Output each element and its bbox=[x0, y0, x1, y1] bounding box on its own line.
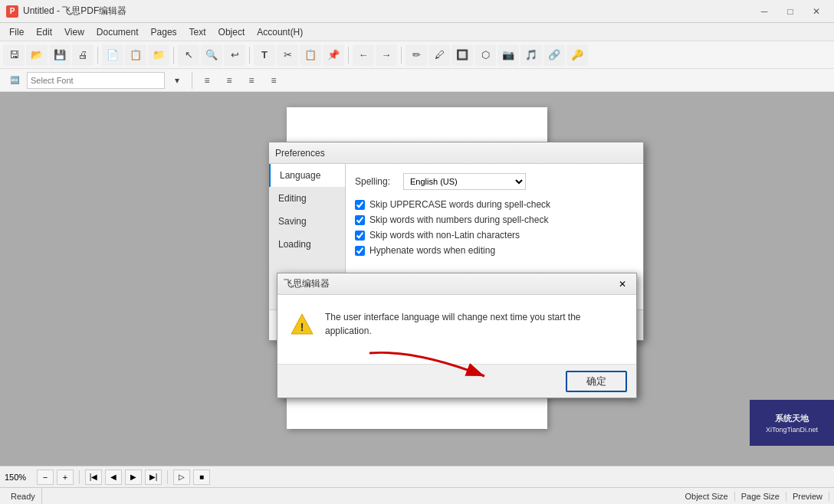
toolbar-zoom[interactable]: 🔍 bbox=[201, 44, 222, 66]
object-size-label: Object Size bbox=[678, 492, 734, 501]
close-button[interactable]: ✕ bbox=[805, 4, 828, 19]
toolbar-sign[interactable]: 🔑 bbox=[566, 44, 588, 66]
toolbar-image[interactable]: 📷 bbox=[497, 44, 519, 66]
toolbar-paste[interactable]: 📌 bbox=[323, 44, 344, 66]
font-select-input[interactable] bbox=[27, 72, 165, 89]
toolbar-doc1[interactable]: 📄 bbox=[102, 44, 123, 66]
prev-page-btn[interactable]: ◀ bbox=[105, 470, 122, 485]
toolbar-separator-2 bbox=[173, 47, 174, 64]
next-page-btn[interactable]: ▶ bbox=[125, 470, 142, 485]
toolbar-select[interactable]: ↖ bbox=[178, 44, 199, 66]
toolbar-undo[interactable]: ↩ bbox=[224, 44, 245, 66]
align-right-btn[interactable]: ≡ bbox=[241, 72, 261, 89]
toolbar-back[interactable]: ← bbox=[353, 44, 374, 66]
toolbar-separator-3 bbox=[249, 47, 250, 64]
watermark-line1: 系统天地 bbox=[775, 413, 809, 424]
pref-nav-loading[interactable]: Loading bbox=[269, 233, 345, 256]
toolbar-new[interactable]: 🖫 bbox=[3, 44, 25, 66]
inner-dialog-close[interactable]: ✕ bbox=[615, 277, 630, 291]
play-btn[interactable]: ▷ bbox=[173, 470, 190, 485]
nav-separator-2 bbox=[167, 470, 168, 484]
align-justify-btn[interactable]: ≡ bbox=[264, 72, 284, 89]
align-left-btn[interactable]: ≡ bbox=[197, 72, 217, 89]
stop-btn[interactable]: ■ bbox=[193, 470, 210, 485]
menu-item-object[interactable]: Object bbox=[212, 25, 251, 39]
pref-nav-saving[interactable]: Saving bbox=[269, 210, 345, 233]
window-controls: ─ □ ✕ bbox=[753, 4, 828, 19]
main-area: Preferences Language Editing Saving Load… bbox=[0, 92, 834, 464]
align-center-btn[interactable]: ≡ bbox=[219, 72, 239, 89]
inner-dialog-message: The user interface language will change … bbox=[325, 310, 581, 338]
menu-item-file[interactable]: File bbox=[3, 25, 30, 39]
inner-dialog-title: 飞思编辑器 bbox=[284, 277, 330, 290]
restore-button[interactable]: □ bbox=[779, 4, 802, 19]
confirm-button[interactable]: 确定 bbox=[566, 371, 627, 392]
title-text: Untitled - 飞思PDF编辑器 bbox=[23, 5, 753, 18]
statusbar-right: Object Size Page Size Preview bbox=[678, 492, 829, 501]
toolbar-cut[interactable]: ✂ bbox=[277, 44, 298, 66]
checkbox-hyphenate: Hyphenate words when editing bbox=[355, 245, 634, 256]
menu-item-pages[interactable]: Pages bbox=[145, 25, 183, 39]
checkbox-uppercase-input[interactable] bbox=[355, 200, 365, 210]
checkbox-numbers-input[interactable] bbox=[355, 215, 365, 225]
inner-dialog-body: ! The user interface language will chang… bbox=[277, 295, 636, 364]
toolbar-edit[interactable]: ✏ bbox=[406, 44, 427, 66]
toolbar-rect[interactable]: 🔲 bbox=[451, 44, 473, 66]
zoom-in-btn[interactable]: + bbox=[57, 470, 74, 485]
pref-nav-editing[interactable]: Editing bbox=[269, 187, 345, 210]
preferences-titlebar: Preferences bbox=[269, 142, 643, 164]
toolbar-open[interactable]: 📂 bbox=[26, 44, 48, 66]
spelling-row: Spelling: English (US) English (UK) Span… bbox=[355, 173, 634, 190]
dialog-overlay: Preferences Language Editing Saving Load… bbox=[0, 92, 834, 464]
titlebar: P Untitled - 飞思PDF编辑器 ─ □ ✕ bbox=[0, 0, 834, 23]
menu-item-edit[interactable]: Edit bbox=[30, 25, 58, 39]
inner-dialog-footer: 确定 bbox=[277, 364, 636, 398]
toolbar-separator-5 bbox=[401, 47, 402, 64]
toolbar-separator-4 bbox=[348, 47, 349, 64]
preview-label: Preview bbox=[786, 492, 829, 501]
spelling-select[interactable]: English (US) English (UK) Spanish French bbox=[403, 173, 526, 190]
watermark-line2: XiTongTianDi.net bbox=[766, 426, 818, 434]
first-page-btn[interactable]: |◀ bbox=[85, 470, 102, 485]
page-size-label: Page Size bbox=[735, 492, 786, 501]
navbar: 150% − + |◀ ◀ ▶ ▶| ▷ ■ bbox=[0, 466, 834, 487]
font-icon-btn[interactable]: 🔤 bbox=[5, 72, 25, 89]
toolbar-pen[interactable]: 🖊 bbox=[428, 44, 450, 66]
toolbar-link[interactable]: 🔗 bbox=[543, 44, 565, 66]
fontbar-separator bbox=[192, 72, 192, 89]
inner-dialog: 飞思编辑器 ✕ ! The user interface language wi… bbox=[277, 273, 637, 398]
zoom-out-btn[interactable]: − bbox=[37, 470, 54, 485]
watermark: 系统天地 XiTongTianDi.net bbox=[750, 400, 834, 446]
checkbox-hyphenate-input[interactable] bbox=[355, 246, 365, 256]
toolbar-media[interactable]: 🎵 bbox=[520, 44, 542, 66]
fontbar: 🔤 ▾ ≡ ≡ ≡ ≡ bbox=[0, 69, 834, 92]
toolbar-forward[interactable]: → bbox=[376, 44, 397, 66]
last-page-btn[interactable]: ▶| bbox=[145, 470, 162, 485]
checkbox-numbers: Skip words with numbers during spell-che… bbox=[355, 214, 634, 225]
menu-item-text[interactable]: Text bbox=[183, 25, 212, 39]
checkbox-nonlatin-input[interactable] bbox=[355, 231, 365, 241]
pref-nav-language[interactable]: Language bbox=[269, 164, 345, 187]
menu-item-view[interactable]: View bbox=[58, 25, 90, 39]
checkbox-numbers-label: Skip words with numbers during spell-che… bbox=[369, 214, 548, 225]
menu-item-document[interactable]: Document bbox=[90, 25, 145, 39]
checkbox-nonlatin: Skip words with non-Latin characters bbox=[355, 230, 634, 241]
checkbox-uppercase: Skip UPPERCASE words during spell-check bbox=[355, 199, 634, 210]
spelling-label: Spelling: bbox=[355, 176, 397, 187]
checkbox-nonlatin-label: Skip words with non-Latin characters bbox=[369, 230, 520, 241]
font-dropdown-btn[interactable]: ▾ bbox=[167, 72, 187, 89]
toolbar-doc3[interactable]: 📁 bbox=[148, 44, 169, 66]
minimize-button[interactable]: ─ bbox=[753, 4, 776, 19]
toolbar-text[interactable]: T bbox=[254, 44, 275, 66]
preferences-title: Preferences bbox=[275, 148, 325, 159]
zoom-level: 150% bbox=[5, 473, 34, 482]
toolbar-save[interactable]: 💾 bbox=[49, 44, 71, 66]
nav-separator bbox=[79, 470, 80, 484]
toolbar-doc2[interactable]: 📋 bbox=[125, 44, 146, 66]
inner-dialog-titlebar: 飞思编辑器 ✕ bbox=[277, 273, 636, 295]
menu-item-account-h-[interactable]: Account(H) bbox=[251, 25, 309, 39]
toolbar-shape[interactable]: ⬡ bbox=[474, 44, 496, 66]
toolbar-print[interactable]: 🖨 bbox=[72, 44, 94, 66]
app-icon: P bbox=[6, 5, 18, 18]
toolbar-copy[interactable]: 📋 bbox=[300, 44, 321, 66]
